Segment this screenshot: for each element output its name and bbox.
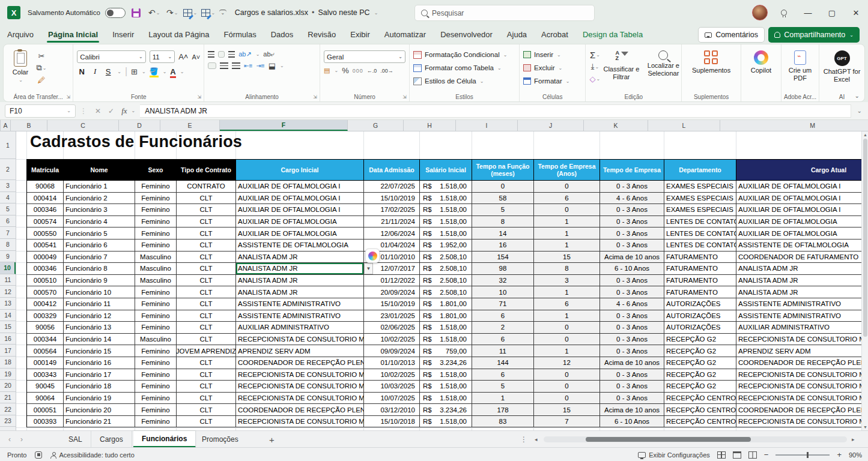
copilot-floating-button[interactable] xyxy=(365,249,380,263)
redo-button[interactable]: ↷⌄ xyxy=(165,5,180,20)
row-header-16[interactable]: 16 xyxy=(0,333,16,345)
cell[interactable]: R$1.518,00 xyxy=(420,322,472,334)
cell[interactable]: Funcionário 16 xyxy=(64,357,135,369)
cell[interactable]: 0 - 3 Anos xyxy=(600,227,664,240)
row-header-6[interactable]: 6 xyxy=(0,215,16,227)
cell[interactable]: Acima de 10 anos xyxy=(600,252,664,264)
accessibility-status[interactable]: Acessibilidade: tudo certo xyxy=(50,451,134,459)
cell[interactable]: ASSISTENTE ADMINISTRATIVO xyxy=(736,298,868,310)
row-header-11[interactable]: 11 xyxy=(0,274,16,286)
chatgpt-button[interactable]: GPT ChatGPT for Excel xyxy=(823,48,861,91)
cell[interactable]: Feminino xyxy=(135,404,177,416)
confirm-entry-icon[interactable]: ✓ xyxy=(108,107,114,115)
cell[interactable]: 12/06/2024 xyxy=(364,227,420,240)
cell[interactable]: FATURAMENTO xyxy=(664,286,736,298)
cell[interactable]: 0 xyxy=(534,181,600,193)
cell[interactable]: CLT xyxy=(177,204,236,216)
clear-button[interactable]: ◇⌄ xyxy=(589,74,600,83)
cell[interactable]: AUTORIZAÇÕES xyxy=(664,322,736,334)
cell[interactable]: AUXILIAR DE OFTALMOLOGIA I xyxy=(736,181,868,193)
cell[interactable]: 6 xyxy=(472,334,534,346)
vertical-scrollbar[interactable]: ▲ ▼ xyxy=(861,131,868,430)
autosum-button[interactable]: Σ⌄ xyxy=(589,50,600,59)
cell[interactable]: 98 xyxy=(472,263,534,275)
cell[interactable]: RECEPÇÃO CENTRO CIRURGICO xyxy=(664,404,736,416)
cell[interactable]: AUXILIAR DE OFTALMOLOGIA I xyxy=(236,204,364,216)
cell[interactable]: RECEPÇÃO G2 xyxy=(664,381,736,393)
cell[interactable]: R$1.518,00 xyxy=(420,416,472,428)
name-box[interactable]: F10 ⌄ xyxy=(5,104,76,118)
row-header-2[interactable]: 2 xyxy=(0,159,16,180)
cell[interactable]: 23/01/2025 xyxy=(364,310,420,322)
cut-button[interactable]: ✂ xyxy=(36,51,47,61)
tab-layout-da-pagina[interactable]: Layout da Página xyxy=(141,25,216,44)
column-header-L[interactable]: L xyxy=(648,120,720,131)
cell[interactable]: ASSISTENTE ADMINISTRATIVO xyxy=(236,298,364,310)
cell[interactable]: Funcionário 21 xyxy=(64,416,135,428)
cell[interactable]: Masculino xyxy=(135,334,177,346)
cell[interactable]: 03/12/2010 xyxy=(364,404,420,416)
cell[interactable]: Feminino xyxy=(135,240,177,252)
column-header-K[interactable]: K xyxy=(584,120,648,131)
copilot-button[interactable]: Copilot xyxy=(748,48,774,91)
row-header-18[interactable]: 18 xyxy=(0,357,16,369)
dialog-launcher-icon[interactable]: ⇲ xyxy=(67,94,71,100)
zoom-slider-thumb[interactable] xyxy=(807,452,809,458)
tab-inserir[interactable]: Inserir xyxy=(105,25,141,44)
align-center-button[interactable] xyxy=(220,62,228,69)
prev-sheet-icon[interactable]: ‹ xyxy=(8,435,11,444)
cell[interactable]: R$2.508,10 xyxy=(420,275,472,287)
cell[interactable]: Funcionário 5 xyxy=(64,227,135,240)
cell[interactable]: 154 xyxy=(472,252,534,264)
cell[interactable]: RECEPÇÃO G2 xyxy=(664,369,736,381)
cell[interactable]: 0 - 3 Anos xyxy=(600,345,664,357)
align-middle-button[interactable] xyxy=(218,51,225,58)
cell[interactable]: APRENDIZ SERV ADM xyxy=(236,345,364,357)
cell[interactable]: Funcionário 2 xyxy=(64,193,135,205)
close-button[interactable]: ✕ xyxy=(844,0,868,25)
dialog-launcher-icon[interactable]: ⇲ xyxy=(402,94,407,100)
cell[interactable]: Funcionário 4 xyxy=(64,216,135,228)
cell[interactable]: 000550 xyxy=(27,227,64,240)
paste-button[interactable]: Colar ⌄ xyxy=(7,48,34,91)
column-header-A[interactable]: A xyxy=(1,120,11,131)
cell[interactable]: 000343 xyxy=(27,369,64,381)
cell[interactable]: 90056 xyxy=(27,322,64,334)
scroll-right-icon[interactable]: ▸ xyxy=(852,436,855,442)
cell[interactable]: 178 xyxy=(472,404,534,416)
vertical-scroll-thumb[interactable] xyxy=(863,139,867,337)
row-header-13[interactable]: 13 xyxy=(0,298,16,310)
cell[interactable]: R$1.801,00 xyxy=(420,298,472,310)
cell[interactable]: 000414 xyxy=(27,193,64,205)
font-name-select[interactable]: Calibri⌄ xyxy=(77,50,146,63)
cell[interactable]: Funcionário 20 xyxy=(64,404,135,416)
number-format-select[interactable]: Geral⌄ xyxy=(324,50,405,63)
cell[interactable]: ANALISTA ADM JR xyxy=(236,252,364,264)
cell[interactable]: 000346 xyxy=(27,263,64,275)
cell[interactable]: ASSISTENTE DE OFTALMOLOGIA xyxy=(736,240,868,252)
cell[interactable]: 3 xyxy=(534,275,600,287)
cell[interactable]: ANALISTA ADM JR xyxy=(236,275,364,287)
page-break-view-button[interactable] xyxy=(748,451,757,459)
cell[interactable]: ANALISTA ADM JR xyxy=(736,286,868,298)
cell[interactable]: RECEPÇÃO CENTRO CIRURGICO xyxy=(664,416,736,428)
column-header-H[interactable]: H xyxy=(404,120,456,131)
cell[interactable]: Acima de 10 anos xyxy=(600,404,664,416)
cell[interactable]: 000564 xyxy=(27,345,64,357)
cell[interactable]: 000346 xyxy=(27,204,64,216)
cell[interactable]: Masculino xyxy=(135,252,177,264)
column-header-J[interactable]: J xyxy=(518,120,584,131)
cell[interactable]: 000344 xyxy=(27,334,64,346)
cell[interactable]: RECEPCIONISTA DE CONSULTORIO MEDICO xyxy=(736,334,868,346)
format-cells-button[interactable]: Formatar⌄ xyxy=(523,75,581,87)
cell[interactable]: 000049 xyxy=(27,252,64,264)
row-header-1[interactable]: 1 xyxy=(0,131,16,159)
cell[interactable]: Feminino xyxy=(135,204,177,216)
cell[interactable]: 21/11/2024 xyxy=(364,216,420,228)
cell[interactable]: LENTES DE CONTATO xyxy=(664,240,736,252)
row-header-3[interactable]: 3 xyxy=(0,180,16,192)
cell[interactable]: EXAMES ESPECIAIS xyxy=(664,204,736,216)
row-header-22[interactable]: 22 xyxy=(0,403,16,415)
cell[interactable]: FATURAMENTO xyxy=(664,275,736,287)
cell[interactable]: Feminino xyxy=(135,416,177,428)
